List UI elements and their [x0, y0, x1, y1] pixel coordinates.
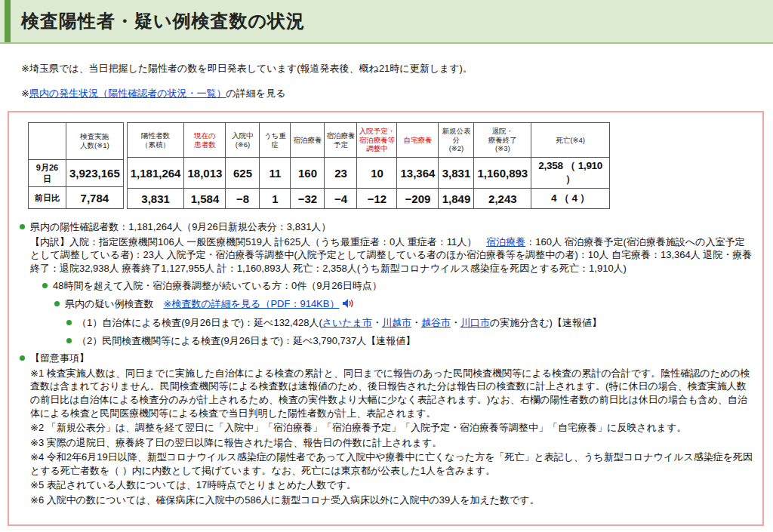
row-label: 前日比: [29, 187, 66, 209]
column-header-home-care: 自宅療養: [397, 123, 439, 158]
stat-value: 10: [357, 158, 397, 189]
stat-value: −12: [357, 189, 397, 209]
cautions-title: 【留意事項】: [30, 352, 753, 365]
bulleted-content: 県内の陽性確認者数：1,181,264人（9月26日新規公表分：3,831人） …: [20, 220, 753, 506]
stat-value: 18,013: [184, 158, 226, 189]
table-row: 9月26日 3,923,165: [29, 159, 124, 187]
caution-note-3: ※3 実際の退院日、療養終了日の翌日以降に報告された場合、報告日の件数に計上され…: [30, 436, 753, 450]
link-separator: ・: [372, 317, 382, 328]
stat-value: 3,831: [439, 158, 474, 189]
list-item-suspected-tests: 県内の疑い例検査数 ※検査数の詳細を見る（PDF：914KB）: [54, 297, 753, 312]
stat-value: 11: [260, 158, 291, 189]
bullet-icon: [20, 224, 25, 229]
stat-value: 1,584: [184, 189, 226, 209]
cautions-list: ※1 検査実施人数は、同日までに実施した自治体による検査の累計と、同日までに報告…: [30, 367, 753, 506]
table-row: 前日比 7,784: [29, 187, 124, 209]
column-header-deaths: 死亡(※4): [531, 123, 610, 158]
stats-box: 検査実施 人数(※1) 9月26日 3,923,165 前日比 7,784 陽性…: [8, 111, 764, 526]
stat-value-deaths: 2,358 （ 1,910 ）: [531, 158, 610, 189]
occurrence-status-note: ※県内の発生状況（陽性確認者の状況・一覧）の詳細を見る: [21, 87, 773, 100]
hotel-care-link[interactable]: 宿泊療養: [486, 236, 525, 248]
corner-cell: [29, 123, 66, 160]
page-header: 検査陽性者・疑い例検査数の状況: [0, 0, 773, 44]
bullet-icon: [54, 301, 60, 306]
stat-value: 13,364: [397, 158, 439, 189]
list-item-municipal-tests: （1）自治体による検査(9月26日まで)：延べ132,428人(さいたま市・川越…: [66, 316, 753, 330]
column-header-current-patients: 現在の 患者数: [184, 123, 226, 158]
summary-table-left: 検査実施 人数(※1) 9月26日 3,923,165 前日比 7,784: [28, 122, 124, 209]
column-header-adjusting: 入院予定・ 宿泊療養等 調整中: [357, 123, 397, 158]
stat-value: −209: [397, 189, 439, 209]
column-header-hospitalized: 入院中 (※6): [226, 123, 260, 158]
koshigaya-city-link[interactable]: 越谷市: [421, 317, 451, 328]
summary-table-main: 陽性者数 （累積） 現在の 患者数 入院中 (※6) うち重症 宿泊療養 宿泊療…: [127, 122, 610, 209]
stat-value: 160: [291, 158, 325, 189]
bullet-icon: [66, 338, 72, 343]
caution-note-4: ※4 令和2年6月19日以降、新型コロナウイルス感染症の陽性者であって入院中や療…: [30, 451, 753, 477]
stat-value: 7,784: [66, 187, 124, 209]
note-suffix: の詳細を見る: [226, 88, 286, 99]
private-tests-text: （2）民間検査機関等による検査(9月26日まで)：延べ3,790,737人【速報…: [77, 334, 753, 348]
stat-value: 23: [325, 158, 357, 189]
table-row: 3,831 1,584 −8 1 −32 −4 −12 −209 1,849 2…: [127, 189, 609, 209]
bullet-icon: [20, 355, 25, 361]
stat-value: −4: [325, 189, 357, 209]
speaker-icon[interactable]: [342, 298, 354, 312]
stat-value: 3,831: [127, 189, 184, 209]
caution-note-1: ※1 検査実施人数は、同日までに実施した自治体による検査の累計と、同日までに報告…: [30, 367, 753, 420]
column-header-hotel-planned: 宿泊療養 予定: [325, 123, 357, 158]
stat-value-deaths: 4 （ 4 ）: [531, 189, 610, 209]
stat-value: 625: [226, 158, 260, 189]
breakdown-part1: 【内訳】入院：指定医療機関106人 一般医療機関519人 計625人（うち最重症…: [30, 236, 486, 248]
saitama-city-link[interactable]: さいたま市: [322, 317, 372, 328]
caution-note-5: ※5 表記されている人数については、17時時点でとりまとめた人数です。: [30, 478, 753, 492]
table-row: 1,181,264 18,013 625 11 160 23 10 13,364…: [127, 158, 609, 189]
caution-note-2: ※2 「新規公表分」は、調整を経て翌日に「入院中」「宿泊療養」「宿泊療養予定」「…: [30, 421, 753, 435]
stat-value: −8: [226, 189, 260, 209]
list-item-cautions: 【留意事項】 ※1 検査実施人数は、同日までに実施した自治体による検査の累計と、…: [20, 352, 753, 506]
list-item-positive-total: 県内の陽性確認者数：1,181,264人（9月26日新規公表分：3,831人） …: [20, 220, 753, 275]
stat-value: 3,923,165: [66, 159, 124, 187]
row-label: 9月26日: [29, 159, 66, 187]
header-accent-bar: [5, 0, 11, 42]
column-header-discharged: 退院・ 療養終了 (※3): [474, 123, 531, 158]
bullet-icon: [42, 283, 48, 288]
note-prefix: ※: [21, 88, 29, 99]
column-header-positives: 陽性者数 （累積）: [127, 123, 184, 158]
positive-total-text: 県内の陽性確認者数：1,181,264人（9月26日新規公表分：3,831人）: [30, 220, 753, 234]
column-header-severe: うち重症: [260, 123, 291, 158]
stat-value: 2,243: [474, 189, 531, 209]
breakdown-text: 【内訳】入院：指定医療機関106人 一般医療機関519人 計625人（うち最重症…: [30, 235, 753, 275]
stat-value: 1: [260, 189, 291, 209]
link-separator: ・: [451, 317, 460, 328]
daily-update-note: ※埼玉県では、当日把握した陽性者の数を即日発表しています(報道発表後、概ね21時…: [21, 62, 773, 75]
stat-value: 1,160,893: [474, 158, 531, 189]
bullet-icon: [66, 320, 72, 325]
adjustment-48h-text: 48時間を超えて入院・宿泊療養調整が続いている方：0件（9月26日時点）: [53, 279, 753, 293]
column-header-newly-announced: 新規公表分 (※2): [439, 123, 474, 158]
page-title: 検査陽性者・疑い例検査数の状況: [21, 9, 305, 33]
stat-value: −32: [291, 189, 325, 209]
test-detail-pdf-link[interactable]: ※検査数の詳細を見る（PDF：914KB）: [164, 298, 340, 309]
list-item-private-tests: （2）民間検査機関等による検査(9月26日まで)：延べ3,790,737人【速報…: [66, 334, 753, 348]
link-separator: ・: [411, 317, 421, 328]
caution-note-6: ※6 入院中の数については、確保病床に入院中の586人に新型コロナ受入病床以外に…: [30, 494, 753, 507]
occurrence-status-link[interactable]: 県内の発生状況（陽性確認者の状況・一覧）: [29, 88, 226, 99]
suspected-tests-label: 県内の疑い例検査数: [65, 298, 164, 309]
municipal-part2: の実施分含む)【速報値】: [490, 317, 602, 328]
header-row: 陽性者数 （累積） 現在の 患者数 入院中 (※6) うち重症 宿泊療養 宿泊療…: [127, 123, 609, 158]
kawaguchi-city-link[interactable]: 川口市: [460, 317, 490, 328]
stat-value: 1,181,264: [127, 158, 184, 189]
municipal-tests-line: （1）自治体による検査(9月26日まで)：延べ132,428人(さいたま市・川越…: [77, 316, 753, 330]
list-item-48h-adjustment: 48時間を超えて入院・宿泊療養調整が続いている方：0件（9月26日時点）: [42, 279, 753, 293]
summary-tables: 検査実施 人数(※1) 9月26日 3,923,165 前日比 7,784 陽性…: [28, 122, 753, 209]
column-header-hotel-care: 宿泊療養: [291, 123, 325, 158]
stat-value: 1,849: [439, 189, 474, 209]
suspected-tests-line: 県内の疑い例検査数 ※検査数の詳細を見る（PDF：914KB）: [65, 297, 753, 312]
kawagoe-city-link[interactable]: 川越市: [382, 317, 411, 328]
column-header-tests: 検査実施 人数(※1): [66, 123, 124, 160]
municipal-part1: （1）自治体による検査(9月26日まで)：延べ132,428人(: [77, 317, 322, 328]
